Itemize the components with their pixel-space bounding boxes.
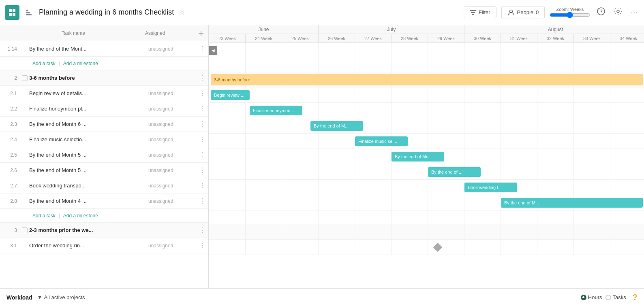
row-number: 2.1 <box>0 91 20 96</box>
task-bar-2-2[interactable]: Finalize honeymoo... <box>250 106 302 115</box>
task-bar-2-7[interactable]: Book wedding t... <box>464 183 517 192</box>
workload-bar: Workload ▼ All active projects Hours Tas… <box>0 288 644 306</box>
week-32: 32 Week <box>537 34 574 42</box>
row-task-name[interactable]: By the end of Month 5 ... <box>29 152 148 158</box>
task-bar-2-1[interactable]: Begin review ... <box>211 90 250 100</box>
radio-group: Hours Tasks <box>581 294 626 300</box>
gantt-inner: June July August 20 23 Week 24 Week 25 W… <box>209 25 644 255</box>
add-row-2: Add a task | Add a milestone <box>0 209 208 223</box>
row-menu-button[interactable]: ⋮ <box>197 74 208 82</box>
row-task-name[interactable]: Begin review of details... <box>29 90 148 96</box>
table-row: 2.7 Book wedding transpo... unassigned ⋮ <box>0 178 208 193</box>
people-label: People <box>517 9 533 15</box>
week-31: 31 Week <box>501 34 537 42</box>
row-assigned: unassigned <box>148 46 197 52</box>
add-task-link-1[interactable]: Add a task <box>32 61 56 66</box>
gantt-rows: ◀ <box>209 43 644 255</box>
row-number: 2.4 <box>0 137 20 142</box>
settings-button[interactable] <box>612 5 624 19</box>
workload-label: Workload <box>6 294 32 301</box>
tasks-radio[interactable]: Tasks <box>605 294 626 300</box>
tasks-radio-circle <box>605 295 611 300</box>
zoom-slider[interactable] <box>550 12 590 18</box>
row-menu-button[interactable]: ⋮ <box>197 136 208 143</box>
row-menu-button[interactable]: ⋮ <box>197 166 208 174</box>
gantt-view-button[interactable] <box>22 5 36 20</box>
task-bar-2-8[interactable]: By the end of M... <box>501 198 643 208</box>
add-milestone-link-1[interactable]: Add a milestone <box>63 61 98 66</box>
add-task-link-2[interactable]: Add a task <box>32 213 56 219</box>
row-menu-button[interactable]: ⋮ <box>197 182 208 189</box>
gantt-add-row-1 <box>209 58 644 72</box>
left-panel: Task name Assigned 1.14 By the end of th… <box>0 25 209 288</box>
row-assigned: unassigned <box>148 243 197 249</box>
add-column-button[interactable] <box>194 30 208 36</box>
workload-dropdown[interactable]: ▼ All active projects <box>37 294 85 300</box>
row-number: 1.14 <box>0 46 20 52</box>
week-30: 30 Week <box>464 34 501 42</box>
help-button[interactable]: ? <box>633 293 638 302</box>
filter-label: Filter <box>479 9 490 15</box>
week-28: 28 Week <box>392 34 428 42</box>
more-options-button[interactable]: ··· <box>629 6 639 19</box>
row-menu-button[interactable]: ⋮ <box>197 120 208 128</box>
row-menu-button[interactable]: ⋮ <box>197 89 208 97</box>
gantt-row-2-3: By the end of M... <box>209 118 644 134</box>
main-container: Task name Assigned 1.14 By the end of th… <box>0 25 644 288</box>
row-expand[interactable]: − <box>20 227 29 233</box>
gantt-scroll-left-arrow[interactable]: ◀ <box>209 46 217 55</box>
task-bar-2-6[interactable]: By the end of ... <box>428 167 481 177</box>
group-bar-2[interactable]: 3-6 months before <box>211 74 643 85</box>
month-july: July <box>319 25 464 34</box>
group-name-3[interactable]: 2-3 months prior the we... <box>29 227 148 233</box>
row-menu-button[interactable]: ⋮ <box>197 197 208 205</box>
week-25: 25 Week <box>282 34 319 42</box>
gantt-panel[interactable]: June July August 20 23 Week 24 Week 25 W… <box>209 25 644 288</box>
svg-rect-4 <box>26 10 28 11</box>
week-34: 34 Week <box>610 34 644 42</box>
expand-button-2[interactable]: − <box>22 75 28 81</box>
filter-button[interactable]: Filter <box>464 6 496 18</box>
col-task-header: Task name <box>29 30 145 36</box>
week-27: 27 Week <box>355 34 392 42</box>
gantt-row-3-1 <box>209 240 644 255</box>
expand-button-3[interactable]: − <box>22 227 28 233</box>
task-bar-2-3[interactable]: By the end of M... <box>310 121 363 131</box>
row-task-name[interactable]: Finalize music selectio... <box>29 136 148 142</box>
row-task-name[interactable]: Book wedding transpo... <box>29 183 148 189</box>
history-button[interactable] <box>595 5 607 19</box>
people-button[interactable]: People 0 <box>501 6 545 19</box>
task-bar-2-5[interactable]: By the end of Mo... <box>392 152 444 162</box>
row-menu-button[interactable]: ⋮ <box>197 226 208 234</box>
row-assigned: unassigned <box>148 106 197 112</box>
row-number: 2.7 <box>0 183 20 189</box>
row-expand[interactable]: − <box>20 75 29 81</box>
table-row: 2.5 By the end of Month 5 ... unassigned… <box>0 147 208 163</box>
row-task-name[interactable]: By the end of Month 6 ... <box>29 121 148 127</box>
week-26: 26 Week <box>319 34 355 42</box>
row-number: 3.1 <box>0 243 20 249</box>
gantt-group-row-3 <box>209 224 644 240</box>
group-name-2[interactable]: 3-6 months before <box>29 75 148 81</box>
row-menu-button[interactable]: ⋮ <box>197 105 208 113</box>
favorite-button[interactable]: ☆ <box>179 8 185 16</box>
project-title-input[interactable] <box>39 8 177 17</box>
row-task-name[interactable]: By the end of Month 4 ... <box>29 198 148 204</box>
group-row-3: 3 − 2-3 months prior the we... ⋮ <box>0 223 208 238</box>
grid-view-button[interactable] <box>5 5 19 20</box>
svg-rect-0 <box>9 9 12 12</box>
row-task-name[interactable]: By the end of Month 5 ... <box>29 167 148 173</box>
task-bar-2-4[interactable]: Finalize music sel... <box>355 136 408 146</box>
people-count: 0 <box>536 9 539 15</box>
row-task-name[interactable]: Finalize honeymoon pl... <box>29 106 148 112</box>
gantt-group-row-2: 3-6 months before <box>209 72 644 87</box>
gantt-add-row-2 <box>209 210 644 224</box>
row-task-name[interactable]: By the end of the Mont... <box>29 46 148 52</box>
hours-radio[interactable]: Hours <box>581 294 602 300</box>
row-number: 2 <box>0 75 20 81</box>
row-menu-button[interactable]: ⋮ <box>197 151 208 159</box>
row-menu-button[interactable]: ⋮ <box>197 242 208 249</box>
row-menu-button[interactable]: ⋮ <box>197 45 208 53</box>
add-milestone-link-2[interactable]: Add a milestone <box>63 213 98 219</box>
row-task-name[interactable]: Order the wedding rin... <box>29 242 148 249</box>
